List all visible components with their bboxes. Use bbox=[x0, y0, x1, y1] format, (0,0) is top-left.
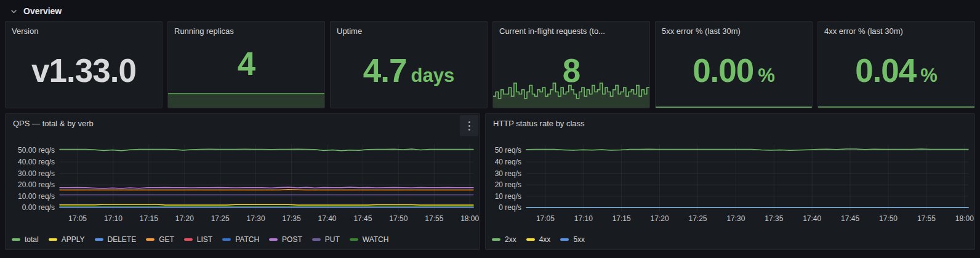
svg-text:40 req/s: 40 req/s bbox=[495, 158, 521, 166]
legend-label: 2xx bbox=[505, 235, 516, 244]
panel-5xx-error: 5xx error % (last 30m) 0.00 % bbox=[655, 21, 813, 108]
svg-text:17:10: 17:10 bbox=[574, 214, 593, 223]
legend-item-DELETE[interactable]: DELETE bbox=[95, 235, 137, 244]
legend-item-2xx[interactable]: 2xx bbox=[492, 235, 516, 244]
svg-text:50 req/s: 50 req/s bbox=[495, 146, 521, 155]
svg-text:10.00 req/s: 10.00 req/s bbox=[18, 192, 55, 201]
svg-text:17:05: 17:05 bbox=[68, 214, 87, 223]
legend-swatch-icon bbox=[95, 238, 103, 241]
http-chart-canvas[interactable]: 0 req/s10 req/s20 req/s30 req/s40 req/s5… bbox=[486, 141, 974, 225]
inflight-sparkline bbox=[493, 78, 649, 108]
legend-swatch-icon bbox=[222, 238, 231, 241]
panel-qps: QPS — total & by verb 0.00 req/s10.00 re… bbox=[5, 113, 480, 250]
panel-title[interactable]: QPS — total & by verb bbox=[6, 114, 480, 128]
legend-swatch-icon bbox=[350, 238, 358, 241]
panel-title[interactable]: 4xx error % (last 30m) bbox=[818, 22, 974, 36]
legend-item-APPLY[interactable]: APPLY bbox=[49, 235, 85, 244]
dashboard-row-header[interactable]: Overview bbox=[0, 0, 980, 18]
svg-text:20.00 req/s: 20.00 req/s bbox=[18, 180, 55, 189]
version-value: v1.33.0 bbox=[31, 54, 136, 87]
panel-running-replicas: Running replicas 4 bbox=[167, 21, 325, 108]
uptime-unit: days bbox=[411, 65, 455, 87]
stat-value: 4 bbox=[168, 33, 324, 94]
panel-menu-kebab-icon[interactable] bbox=[460, 115, 478, 136]
row-title[interactable]: Overview bbox=[23, 6, 62, 16]
replicas-sparkline bbox=[168, 92, 324, 108]
http-legend: 2xx4xx5xx bbox=[492, 235, 970, 244]
legend-label: WATCH bbox=[363, 235, 389, 244]
svg-text:17:15: 17:15 bbox=[140, 214, 158, 223]
panel-4xx-error: 4xx error % (last 30m) 0.04 % bbox=[817, 21, 975, 108]
legend-swatch-icon bbox=[146, 238, 155, 241]
legend-swatch-icon bbox=[492, 238, 500, 241]
svg-text:17:45: 17:45 bbox=[841, 214, 859, 223]
legend-swatch-icon bbox=[184, 238, 193, 241]
svg-text:40.00 req/s: 40.00 req/s bbox=[18, 158, 55, 166]
svg-text:17:10: 17:10 bbox=[104, 214, 122, 223]
qps-chart-canvas[interactable]: 0.00 req/s10.00 req/s20.00 req/s30.00 re… bbox=[6, 141, 480, 225]
legend-item-POST[interactable]: POST bbox=[269, 235, 302, 244]
legend-label: PATCH bbox=[235, 235, 259, 244]
legend-label: LIST bbox=[197, 235, 212, 244]
legend-swatch-icon bbox=[49, 238, 57, 241]
svg-text:17:50: 17:50 bbox=[389, 214, 408, 223]
legend-label: PUT bbox=[325, 235, 340, 244]
panel-inflight-requests: Current in-flight requests (to... 8 bbox=[492, 21, 650, 108]
svg-text:17:25: 17:25 bbox=[211, 214, 230, 223]
legend-label: POST bbox=[282, 235, 302, 244]
svg-text:30.00 req/s: 30.00 req/s bbox=[18, 169, 55, 178]
chevron-down-icon[interactable] bbox=[10, 7, 17, 15]
panel-title[interactable]: 5xx error % (last 30m) bbox=[656, 22, 812, 36]
svg-text:17:05: 17:05 bbox=[536, 214, 555, 223]
panel-version: Version v1.33.0 bbox=[5, 21, 163, 108]
legend-item-4xx[interactable]: 4xx bbox=[526, 235, 551, 244]
legend-item-LIST[interactable]: LIST bbox=[184, 235, 212, 244]
legend-swatch-icon bbox=[312, 238, 321, 241]
legend-label: DELETE bbox=[108, 235, 137, 244]
panel-title[interactable]: Running replicas bbox=[168, 22, 324, 36]
legend-item-5xx[interactable]: 5xx bbox=[560, 235, 585, 244]
panel-title[interactable]: HTTP status rate by class bbox=[486, 114, 974, 128]
svg-text:50.00 req/s: 50.00 req/s bbox=[18, 146, 55, 155]
qps-legend: totalAPPLYDELETEGETLISTPATCHPOSTPUTWATCH bbox=[12, 235, 475, 244]
legend-swatch-icon bbox=[269, 238, 278, 241]
legend-item-total[interactable]: total bbox=[12, 235, 39, 244]
svg-text:18:00: 18:00 bbox=[955, 214, 974, 223]
legend-label: 5xx bbox=[573, 235, 585, 244]
panel-title[interactable]: Version bbox=[6, 22, 162, 36]
panel-uptime: Uptime 4.7 days bbox=[330, 21, 488, 108]
stat-panel-row: Version v1.33.0 Running replicas 4 Uptim… bbox=[5, 21, 975, 108]
error4xx-unit: % bbox=[920, 65, 938, 87]
svg-text:0 req/s: 0 req/s bbox=[499, 203, 521, 212]
svg-text:17:25: 17:25 bbox=[688, 214, 707, 223]
error4xx-value: 0.04 bbox=[855, 54, 916, 87]
stat-value: 0.00 % bbox=[656, 33, 812, 108]
replicas-value: 4 bbox=[238, 47, 255, 80]
legend-item-PATCH[interactable]: PATCH bbox=[222, 235, 259, 244]
panel-http-status: HTTP status rate by class 0 req/s10 req/… bbox=[485, 113, 975, 250]
svg-text:17:20: 17:20 bbox=[651, 214, 669, 223]
svg-text:17:55: 17:55 bbox=[917, 214, 936, 223]
legend-label: APPLY bbox=[62, 235, 85, 244]
legend-swatch-icon bbox=[12, 238, 20, 241]
panel-title[interactable]: Uptime bbox=[331, 22, 487, 36]
error5xx-sparkline bbox=[656, 104, 812, 108]
error5xx-unit: % bbox=[758, 65, 775, 87]
svg-text:17:30: 17:30 bbox=[726, 214, 745, 223]
error4xx-sparkline bbox=[818, 104, 974, 108]
svg-text:17:45: 17:45 bbox=[353, 214, 372, 223]
svg-text:17:15: 17:15 bbox=[612, 214, 631, 223]
svg-text:17:50: 17:50 bbox=[879, 214, 898, 223]
legend-swatch-icon bbox=[560, 238, 569, 241]
panel-title[interactable]: Current in-flight requests (to... bbox=[493, 22, 649, 36]
legend-label: GET bbox=[159, 235, 174, 244]
svg-text:17:30: 17:30 bbox=[247, 214, 265, 223]
legend-item-PUT[interactable]: PUT bbox=[312, 235, 340, 244]
svg-text:17:55: 17:55 bbox=[425, 214, 443, 223]
svg-text:17:35: 17:35 bbox=[283, 214, 301, 223]
legend-item-GET[interactable]: GET bbox=[146, 235, 174, 244]
legend-label: 4xx bbox=[539, 235, 551, 244]
svg-text:17:35: 17:35 bbox=[765, 214, 783, 223]
legend-item-WATCH[interactable]: WATCH bbox=[350, 235, 389, 244]
svg-text:17:20: 17:20 bbox=[175, 214, 194, 223]
